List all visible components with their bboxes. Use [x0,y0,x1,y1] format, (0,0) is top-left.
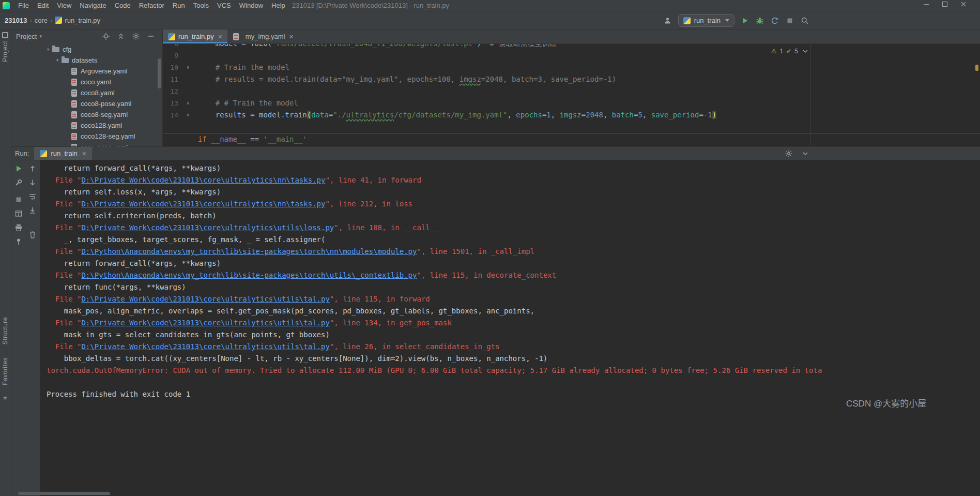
tree-item-coco8-seg-yaml[interactable]: coco8-seg.yaml [11,109,162,120]
project-tool-window-icon[interactable] [2,32,8,38]
console-output[interactable]: return forward_call(*args, **kwargs) Fil… [40,160,980,496]
stack-frame-link[interactable]: D:\Private Work\code\231013\core\ultraly… [81,176,325,184]
menu-refactor[interactable]: Refactor [135,0,169,11]
menu-file[interactable]: File [14,0,33,11]
tree-item-argoverse-yaml[interactable]: Argoverse.yaml [11,66,162,77]
console-hscrollbar[interactable] [18,492,110,495]
edit-run-configuration-button[interactable] [14,178,23,187]
pin-tab-button[interactable] [14,237,23,246]
console-line: mask_in_gts = select_candidates_in_gts(a… [47,329,980,341]
restore-layout-button[interactable] [14,209,23,218]
breadcrumb-item[interactable]: 231013 [5,17,27,24]
down-stacktrace-button[interactable] [28,178,37,187]
tree-item-cfg[interactable]: ▾cfg [11,44,162,55]
print-console-button[interactable] [14,223,23,232]
menu-window[interactable]: Window [235,0,267,11]
up-stacktrace-button[interactable] [28,164,37,173]
console-line: File "D:\Private Work\code\231013\core\u… [47,317,980,329]
clear-console-button[interactable] [28,231,37,239]
tree-item-coco-yaml[interactable]: coco.yaml [11,77,162,87]
editor-gutter: 9 [163,50,198,62]
close-tab-icon[interactable]: × [218,33,222,41]
run-with-coverage-button[interactable] [771,17,779,25]
code-token: /cfg/datasets/my_img.yaml" [394,111,507,119]
scroll-to-end-button[interactable] [28,206,37,215]
collapse-panel-button[interactable] [801,149,809,158]
tab-label: my_img.yaml [246,33,285,40]
close-window-button[interactable] [959,0,968,8]
project-scrollbar[interactable] [158,58,161,88]
right-margin-guide [810,44,811,146]
console-settings-button[interactable] [785,149,793,158]
close-tab-icon[interactable]: × [82,149,86,158]
tree-item-coco8-yaml[interactable]: coco8.yaml [11,87,162,98]
console-line: File "D:\Private Work\code\231013\core\u… [47,222,980,234]
debug-button[interactable] [756,17,764,25]
tree-item-coco128-seg-yaml[interactable]: coco128-seg.yaml [11,131,162,142]
tree-item-coco8-pose-yaml[interactable]: coco8-pose.yaml [11,98,162,109]
stack-frame-link[interactable]: D:\Python\Anaconda\envs\my_torch\lib\sit… [81,247,417,255]
minimize-button[interactable] [922,0,930,8]
stack-frame-link[interactable]: D:\Private Work\code\231013\core\ultraly… [81,295,329,303]
stack-frame-link[interactable]: D:\Private Work\code\231013\core\ultraly… [81,200,325,208]
code-token: == [246,135,264,143]
chevron-down-icon[interactable]: ▾ [39,34,42,39]
menu-edit[interactable]: Edit [33,0,53,11]
favorites-star-icon[interactable]: ★ [3,395,8,401]
menu-view[interactable]: View [53,0,75,11]
run-button[interactable] [741,17,749,25]
yaml-file-icon [71,122,77,129]
menu-run[interactable]: Run [169,0,189,11]
menu-navigate[interactable]: Navigate [75,0,110,11]
python-file-icon [55,17,62,24]
console-toolbar [11,160,40,496]
fold-marker[interactable]: ∧ [187,97,189,109]
tree-item-label: Argoverse.yaml [81,67,127,75]
tab-run-train-py[interactable]: run_train.py × [163,29,227,43]
collapse-all-button[interactable] [117,32,125,40]
close-tab-icon[interactable]: × [289,33,293,41]
project-panel-title[interactable]: Project [16,33,37,40]
stop-button[interactable] [786,17,794,25]
search-everywhere-button[interactable] [801,17,809,25]
chevron-down-icon[interactable] [801,47,809,55]
tree-item-datasets[interactable]: ▾datasets [11,55,162,66]
code-editor[interactable]: 8 model = YOLO('runs/detect/train_2048_7… [163,44,980,146]
hide-panel-button[interactable] [147,32,155,40]
chevron-down-icon[interactable]: ▾ [53,58,62,63]
fold-marker[interactable]: ∧ [187,109,189,121]
user-settings-icon[interactable] [664,17,672,25]
menu-vcs[interactable]: VCS [213,0,235,11]
tree-item-coco128-yaml[interactable]: coco128.yaml [11,120,162,131]
breadcrumb-item[interactable]: run_train.py [65,17,100,24]
menu-tools[interactable]: Tools [189,0,213,11]
locate-file-button[interactable] [102,32,110,40]
breadcrumb-item[interactable]: core [35,17,48,24]
run-config-select[interactable]: run_train [678,14,734,27]
tool-stripe-structure[interactable]: Structure [2,317,9,344]
tool-stripe-project[interactable]: Project [2,41,9,62]
editor-gutter: 13∧ [163,97,198,109]
stop-process-button[interactable] [14,196,23,204]
tool-stripe-favorites[interactable]: Favorites [2,357,9,385]
stack-frame-link[interactable]: D:\Private Work\code\231013\core\ultraly… [81,342,329,351]
stack-frame-link[interactable]: D:\Private Work\code\231013\core\ultraly… [81,319,329,327]
rerun-button[interactable] [14,164,23,173]
panel-settings-button[interactable] [132,32,140,40]
menu-code[interactable]: Code [111,0,135,11]
code-line [163,121,980,133]
fold-marker[interactable]: ∨ [187,62,189,73]
stack-frame-link[interactable]: D:\Python\Anaconda\envs\my_torch\lib\sit… [81,271,417,279]
soft-wrap-button[interactable] [28,192,37,201]
traceback-text: File " [47,342,81,351]
chevron-down-icon[interactable]: ▾ [44,47,52,52]
scrollbar-warning-mark [975,65,978,71]
tab-my-img-yaml[interactable]: my_img.yaml × [227,29,299,43]
code-token: '__main__' [263,135,307,143]
inspections-widget[interactable]: ⚠ 1 ✔ 5 [771,47,809,55]
run-console-tab[interactable]: run_train × [34,147,92,160]
maximize-button[interactable] [941,0,949,8]
menu-help[interactable]: Help [267,0,289,11]
tree-item-coco-pose-yaml[interactable]: coco-pose.yaml [11,142,162,146]
stack-frame-link[interactable]: D:\Private Work\code\231013\core\ultraly… [81,223,334,232]
